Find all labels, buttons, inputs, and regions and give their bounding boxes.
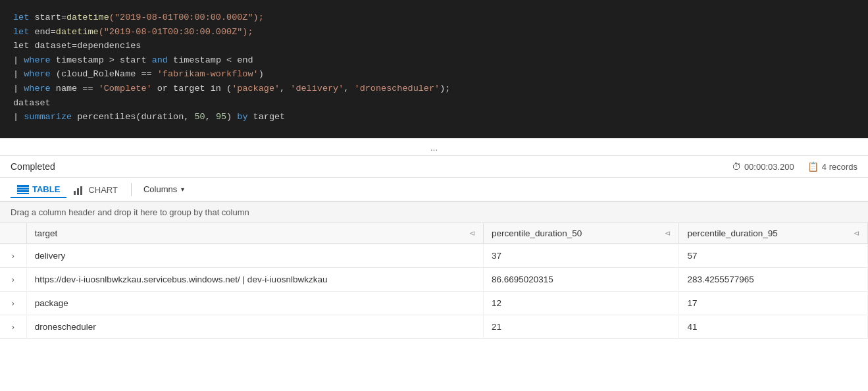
cell-p95: 283.4255577965 [679, 268, 868, 292]
svg-rect-3 [17, 193, 29, 194]
svg-rect-0 [17, 185, 29, 187]
row-expand-button[interactable]: › [9, 251, 17, 261]
table-icon [17, 185, 29, 194]
records-icon [807, 161, 819, 172]
results-table: target ⊲ percentile_duration_50 ⊲ percen… [0, 223, 868, 339]
code-ellipsis: ... [0, 138, 868, 156]
results-header: Completed 00:00:03.200 4 records [0, 156, 868, 178]
col-header-target: target ⊲ [26, 223, 483, 244]
toolbar-divider [131, 183, 132, 196]
clock-icon [732, 161, 741, 172]
cell-p50: 37 [483, 244, 679, 268]
cell-p95: 57 [679, 244, 868, 268]
table-header-row: target ⊲ percentile_duration_50 ⊲ percen… [0, 223, 868, 244]
row-expand-button[interactable]: › [9, 275, 17, 284]
records-value: 4 records [822, 162, 857, 172]
tab-chart[interactable]: CHART [66, 182, 124, 197]
row-expand-button[interactable]: › [9, 323, 17, 332]
row-expand-button[interactable]: › [9, 299, 17, 308]
results-meta: 00:00:03.200 4 records [732, 161, 857, 172]
results-toolbar: TABLE CHART Columns ▾ [0, 178, 868, 202]
group-hint: Drag a column header and drop it here to… [0, 202, 868, 223]
svg-rect-6 [80, 186, 82, 195]
svg-rect-2 [17, 190, 29, 192]
cell-p95: 17 [679, 292, 868, 315]
duration-value: 00:00:03.200 [744, 162, 794, 172]
table-row: ›package1217 [0, 292, 868, 315]
filter-icon-p50[interactable]: ⊲ [665, 229, 671, 238]
cell-target: package [26, 292, 483, 315]
svg-rect-4 [74, 191, 76, 195]
cell-p50: 12 [483, 292, 679, 315]
col-header-p50: percentile_duration_50 ⊲ [483, 223, 679, 244]
filter-icon-p95[interactable]: ⊲ [854, 229, 859, 238]
cell-target: delivery [26, 244, 483, 268]
cell-p50: 21 [483, 315, 679, 339]
svg-rect-5 [77, 188, 79, 195]
records-meta: 4 records [807, 161, 857, 172]
duration-meta: 00:00:03.200 [732, 161, 794, 172]
table-row: ›https://dev-i-iuosnlbwkzkau.servicebus.… [0, 268, 868, 292]
chevron-down-icon: ▾ [181, 186, 184, 193]
cell-p95: 41 [679, 315, 868, 339]
filter-icon-target[interactable]: ⊲ [469, 229, 475, 238]
table-row: ›delivery3757 [0, 244, 868, 268]
chart-icon [73, 186, 85, 195]
tab-table[interactable]: TABLE [11, 182, 66, 198]
svg-rect-1 [17, 188, 29, 190]
cell-target: https://dev-i-iuosnlbwkzkau.servicebus.w… [26, 268, 483, 292]
col-header-p95: percentile_duration_95 ⊲ [679, 223, 868, 244]
cell-target: dronescheduler [26, 315, 483, 339]
results-status: Completed [11, 161, 55, 172]
expand-col-header [0, 223, 26, 244]
code-editor: let start=datetime("2019-08-01T00:00:00.… [0, 0, 868, 138]
columns-button[interactable]: Columns ▾ [138, 182, 190, 197]
table-row: ›dronescheduler2141 [0, 315, 868, 339]
cell-p50: 86.6695020315 [483, 268, 679, 292]
